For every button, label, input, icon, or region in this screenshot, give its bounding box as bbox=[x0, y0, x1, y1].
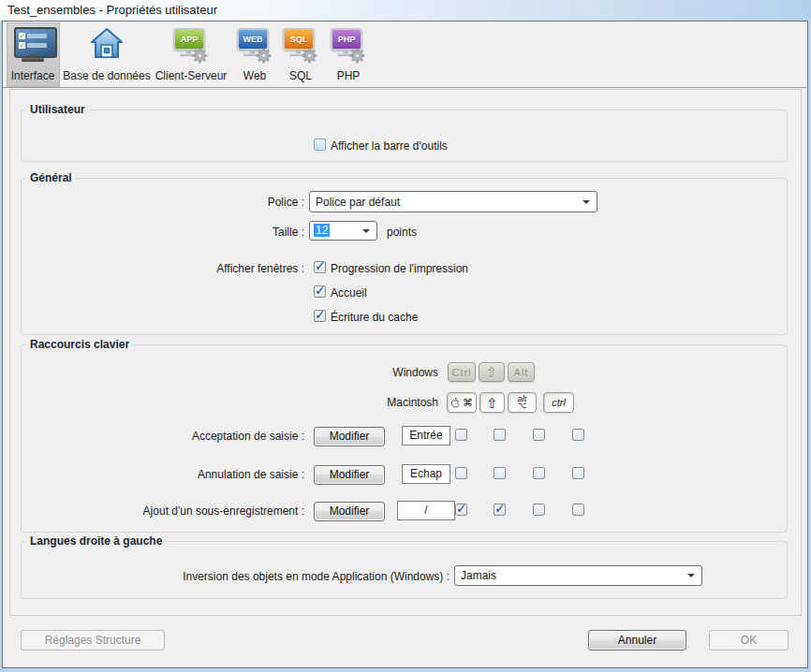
badge-app: APP bbox=[181, 35, 199, 44]
checkbox-acceptation-ctrl[interactable]: ✓ bbox=[572, 429, 584, 441]
badge-web: WEB bbox=[243, 35, 263, 44]
checkbox-accueil[interactable]: ✓ bbox=[314, 285, 326, 298]
checkbox-acceptation-shift[interactable]: ✓ bbox=[494, 429, 506, 441]
toolbar-label-client-serveur: Client-Serveur bbox=[155, 69, 228, 82]
checkbox-ajout-ctrl[interactable]: ✓ bbox=[572, 504, 584, 516]
apple-icon bbox=[450, 397, 460, 408]
label-progression-impression: Progression de l'impression bbox=[331, 262, 468, 275]
label-annulation-saisie: Annulation de saisie : bbox=[56, 468, 304, 481]
toolbar-label-sql: SQL bbox=[289, 69, 312, 82]
modifier-button-acceptation[interactable]: Modifier bbox=[314, 427, 385, 446]
toolbar-label-base-de-donnees: Base de données bbox=[63, 69, 150, 82]
mac-key-option[interactable]: alt⌥ bbox=[508, 392, 537, 413]
group-title-raccourcis: Raccourcis clavier bbox=[26, 338, 133, 352]
toolbar-separator bbox=[3, 87, 808, 88]
police-value: Police par défaut bbox=[316, 196, 400, 209]
mac-key-shift[interactable]: ⇧ bbox=[479, 392, 505, 413]
inversion-dropdown[interactable]: Jamais bbox=[454, 565, 702, 586]
label-inversion-objets: Inversion des objets en mode Application… bbox=[94, 570, 450, 583]
label-afficher-fenetres: Afficher fenêtres : bbox=[150, 262, 304, 275]
label-afficher-barre-outils: Afficher la barre d'outils bbox=[331, 139, 448, 153]
label-ecriture-cache: Écriture du cache bbox=[331, 311, 418, 324]
badge-sql: SQL bbox=[290, 35, 308, 44]
key-field-ajout[interactable]: / bbox=[397, 501, 455, 520]
option-icon: ⌥ bbox=[518, 402, 526, 410]
web-icon: WEB bbox=[236, 28, 273, 64]
option-check-icon: ✓ bbox=[19, 42, 25, 49]
annuler-button[interactable]: Annuler bbox=[588, 630, 686, 650]
checkbox-afficher-barre-outils[interactable]: ✓ bbox=[314, 139, 326, 151]
home-icon bbox=[89, 26, 125, 60]
win-key-shift[interactable]: ⇧ bbox=[479, 362, 505, 382]
gear-icon bbox=[192, 48, 208, 64]
interface-icon: ✓ ✓ bbox=[12, 27, 53, 65]
checkbox-annulation-cmd[interactable]: ✓ bbox=[455, 467, 467, 479]
inversion-value: Jamais bbox=[461, 569, 496, 582]
group-title-utilisateur: Utilisateur bbox=[26, 103, 89, 117]
reglages-structure-button[interactable]: Réglages Structure bbox=[21, 630, 165, 650]
checkbox-ajout-shift[interactable]: ✓ bbox=[494, 504, 506, 516]
toolbar-label-interface: Interface bbox=[11, 69, 55, 82]
check-icon: ✓ bbox=[315, 307, 326, 322]
checkbox-acceptation-cmd[interactable]: ✓ bbox=[455, 429, 467, 441]
key-field-acceptation[interactable]: Entrée bbox=[402, 426, 450, 446]
checkbox-ajout-alt[interactable]: ✓ bbox=[533, 504, 545, 516]
check-icon: ✓ bbox=[315, 283, 326, 298]
win-key-alt[interactable]: Alt bbox=[508, 362, 535, 382]
sql-icon: SQL bbox=[282, 28, 319, 64]
checkbox-annulation-alt[interactable]: ✓ bbox=[533, 467, 545, 479]
taille-value: 12 bbox=[314, 224, 330, 237]
label-windows: Windows bbox=[281, 366, 438, 379]
checkbox-annulation-shift[interactable]: ✓ bbox=[494, 467, 506, 479]
check-icon: ✓ bbox=[456, 501, 467, 516]
gear-icon bbox=[256, 48, 272, 64]
label-points: points bbox=[387, 226, 417, 239]
chevron-down-icon bbox=[687, 574, 695, 577]
checkbox-progression-impression[interactable]: ✓ bbox=[314, 261, 326, 273]
label-macintosh: Macintosh bbox=[281, 396, 438, 409]
client-serveur-icon: APP bbox=[172, 28, 210, 64]
checkbox-ecriture-cache[interactable]: ✓ bbox=[314, 310, 326, 322]
taille-combo[interactable]: 12 bbox=[309, 221, 377, 241]
modifier-button-ajout[interactable]: Modifier bbox=[314, 502, 385, 521]
gear-icon bbox=[349, 48, 365, 64]
label-acceptation-saisie: Acceptation de saisie : bbox=[56, 430, 304, 443]
shift-icon: ⇧ bbox=[486, 396, 498, 410]
group-title-langues: Langues droite à gauche bbox=[26, 534, 166, 548]
checkbox-acceptation-alt[interactable]: ✓ bbox=[533, 429, 545, 441]
mac-key-command[interactable]: ⌘ bbox=[447, 392, 477, 413]
modifier-button-annulation[interactable]: Modifier bbox=[314, 465, 385, 485]
check-icon: ✓ bbox=[494, 501, 506, 516]
label-ajout-sous-enregistrement: Ajout d'un sous-enregistrement : bbox=[56, 504, 304, 518]
checkbox-ajout-cmd[interactable]: ✓ bbox=[455, 504, 467, 516]
toolbar-label-web: Web bbox=[243, 69, 266, 82]
group-title-general: Général bbox=[26, 171, 76, 185]
shift-icon: ⇧ bbox=[486, 365, 498, 379]
chevron-down-icon bbox=[582, 200, 590, 204]
option-check-icon: ✓ bbox=[19, 33, 25, 39]
label-accueil: Accueil bbox=[331, 286, 367, 299]
police-dropdown[interactable]: Police par défaut bbox=[309, 191, 597, 212]
badge-php: PHP bbox=[338, 35, 356, 44]
chevron-down-icon bbox=[362, 229, 370, 233]
checkbox-annulation-ctrl[interactable]: ✓ bbox=[572, 467, 584, 479]
key-field-annulation[interactable]: Echap bbox=[402, 464, 450, 484]
check-icon: ✓ bbox=[315, 258, 326, 273]
win-key-ctrl[interactable]: Ctrl bbox=[448, 362, 476, 382]
toolbar-label-php: PHP bbox=[337, 69, 361, 82]
label-police: Police : bbox=[150, 196, 304, 209]
gear-icon bbox=[302, 48, 317, 64]
php-icon: PHP bbox=[330, 28, 367, 64]
group-utilisateur: Utilisateur bbox=[21, 110, 788, 162]
mac-key-ctrl[interactable]: ctrl bbox=[543, 392, 574, 413]
ok-button[interactable]: OK bbox=[709, 630, 789, 650]
label-taille: Taille : bbox=[150, 226, 304, 239]
command-icon: ⌘ bbox=[463, 397, 473, 409]
